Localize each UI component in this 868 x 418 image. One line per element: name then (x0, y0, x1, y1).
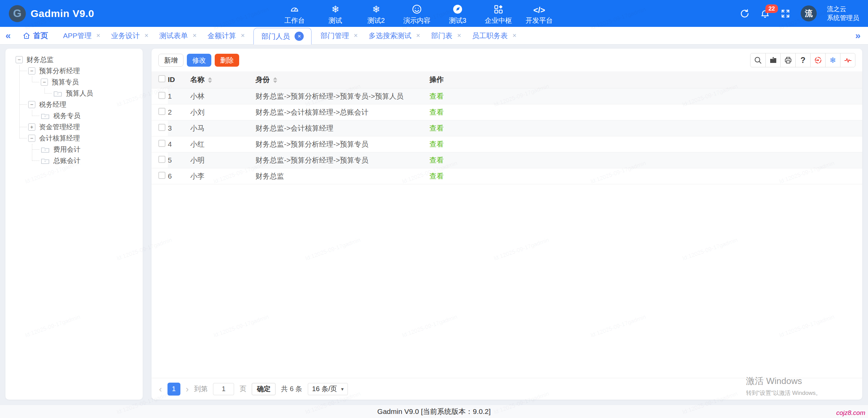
export-icon[interactable] (765, 53, 780, 67)
tab-department-management[interactable]: 部门管理 × (320, 31, 358, 40)
tree-node-fund-management-manager[interactable]: + 资金管理经理 (28, 121, 139, 133)
tab-department-table[interactable]: 部门表 × (431, 31, 461, 40)
row-checkbox[interactable] (158, 156, 165, 163)
pulse-icon[interactable] (840, 53, 855, 67)
tab-close-icon[interactable]: × (512, 32, 516, 39)
row-checkbox[interactable] (158, 124, 165, 131)
tree-node-general-ledger-accountant[interactable]: 总账会计 (41, 155, 139, 166)
current-page-button[interactable]: 1 (167, 383, 180, 396)
tab-close-icon[interactable]: × (457, 32, 461, 39)
row-checkbox[interactable] (158, 172, 165, 179)
add-button[interactable]: 新增 (158, 54, 183, 67)
tree-node-label: 总账会计 (53, 156, 81, 165)
nav-item-dev-platform[interactable]: </> 开发平台 (521, 2, 557, 25)
edit-button[interactable]: 修改 (187, 54, 211, 67)
tab-close-icon[interactable]: × (193, 32, 197, 39)
tab-business-design[interactable]: 业务设计 × (111, 31, 148, 40)
tree-expander-icon[interactable]: − (28, 135, 35, 142)
tree-node-tax-manager[interactable]: − 税务经理 (28, 99, 139, 110)
table-row[interactable]: 4 小红 财务总监->预算分析经理->预算专员 查看 (152, 136, 862, 152)
snowflake-icon[interactable]: ❄ (825, 53, 840, 67)
tab-close-icon[interactable]: × (241, 32, 245, 39)
cell-id: 4 (168, 136, 190, 152)
tab-close-icon[interactable]: × (354, 32, 358, 39)
print-icon[interactable] (780, 53, 795, 67)
nav-item-test[interactable]: ❄ 测试 (317, 2, 353, 25)
corner-site-watermark: cojz8.com (836, 409, 865, 417)
user-avatar[interactable]: 流 (801, 5, 817, 21)
user-info[interactable]: 流之云 系统管理员 (827, 5, 859, 22)
column-header-id[interactable]: ID (168, 71, 190, 88)
help-icon[interactable]: ? (795, 53, 810, 67)
table-row[interactable]: 1 小林 财务总监->预算分析经理->预算专员->预算人员 查看 (152, 88, 862, 104)
tab-close-icon[interactable]: × (96, 32, 101, 39)
table-row[interactable]: 6 小李 财务总监 查看 (152, 168, 862, 184)
nav-item-test2[interactable]: ❄ 测试2 (358, 2, 394, 25)
cell-id: 3 (168, 120, 190, 136)
column-header-identity[interactable]: 身份 (255, 71, 429, 88)
view-link[interactable]: 查看 (429, 124, 444, 132)
page-size-select[interactable]: 16 条/页 ▾ (308, 383, 348, 395)
tree-expander-icon[interactable]: + (28, 123, 35, 131)
nav-item-demo[interactable]: 演示内容 (399, 2, 435, 25)
nav-item-workbench[interactable]: 工作台 (277, 2, 313, 25)
tree-node-root[interactable]: − 财务总监 (16, 54, 139, 65)
tree-node-expense-accountant[interactable]: 费用会计 (41, 144, 139, 155)
tab-label: 员工职务表 (472, 31, 508, 40)
tree-node-accounting-manager[interactable]: − 会计核算经理 (28, 133, 139, 144)
prev-page-icon[interactable]: ‹ (159, 385, 162, 394)
refresh-icon[interactable] (740, 9, 750, 19)
view-link[interactable]: 查看 (429, 108, 444, 116)
tree-node-budget-analysis-manager[interactable]: − 预算分析经理 (28, 65, 139, 77)
nav-item-test3[interactable]: 测试3 (440, 2, 476, 25)
view-link[interactable]: 查看 (429, 92, 444, 100)
tree-expander-icon[interactable]: − (28, 67, 35, 74)
row-checkbox[interactable] (158, 108, 165, 115)
nav-item-label: 测试 (329, 16, 342, 25)
tree-node-label: 税务经理 (39, 100, 66, 109)
tab-home[interactable]: 首页 (22, 31, 48, 41)
tree-node-budget-staff[interactable]: 预算人员 (53, 88, 139, 99)
view-link[interactable]: 查看 (429, 140, 444, 148)
table-row[interactable]: 5 小明 财务总监->预算分析经理->预算专员 查看 (152, 152, 862, 168)
tabs-scroll-left-icon[interactable]: « (5, 31, 11, 40)
tabs-scroll-right-icon[interactable]: » (855, 31, 861, 40)
top-nav: 工作台 ❄ 测试 ❄ 测试2 演示内容 (277, 2, 557, 25)
tab-multi-search-test[interactable]: 多选搜索测试 × (369, 31, 420, 40)
notification-count-badge: 22 (765, 4, 778, 13)
row-checkbox[interactable] (158, 92, 165, 99)
notifications-bell-icon[interactable]: 22 (760, 9, 770, 19)
view-link[interactable]: 查看 (429, 156, 444, 164)
tab-department-staff-active[interactable]: 部门人员 × (253, 28, 312, 45)
sort-icon[interactable] (208, 77, 212, 83)
tab-close-icon[interactable]: × (295, 32, 304, 41)
sort-icon[interactable] (273, 77, 277, 83)
tab-employee-position-table[interactable]: 员工职务表 × (472, 31, 516, 40)
nav-item-enterprise-hub[interactable]: 企业中枢 (480, 2, 516, 25)
tab-test-form[interactable]: 测试表单 × (159, 31, 197, 40)
tab-close-icon[interactable]: × (416, 32, 420, 39)
tree-expander-icon[interactable]: − (28, 101, 35, 108)
confirm-button[interactable]: 确定 (252, 383, 276, 395)
delete-button[interactable]: 删除 (215, 54, 239, 67)
row-checkbox[interactable] (158, 140, 165, 147)
tree-expander-icon[interactable]: − (41, 79, 48, 86)
monitor-gauge-icon[interactable] (810, 53, 825, 67)
tab-amount-calc[interactable]: 金额计算 × (208, 31, 245, 40)
tab-close-icon[interactable]: × (144, 32, 148, 39)
column-header-name[interactable]: 名称 (190, 71, 255, 88)
tree-node-tax-specialist[interactable]: 税务专员 (41, 110, 139, 121)
goto-page-input[interactable] (213, 383, 234, 395)
table-row[interactable]: 2 小刘 财务总监->会计核算经理->总账会计 查看 (152, 104, 862, 120)
next-page-icon[interactable]: › (186, 385, 189, 394)
search-icon[interactable] (750, 53, 765, 67)
tab-app-management[interactable]: APP管理 × (63, 31, 101, 40)
select-all-checkbox[interactable] (158, 75, 165, 82)
table-row[interactable]: 3 小马 财务总监->会计核算经理 查看 (152, 120, 862, 136)
tree-node-budget-specialist[interactable]: − 预算专员 (41, 77, 139, 88)
blocks-icon (493, 3, 503, 14)
fullscreen-icon[interactable] (780, 9, 791, 19)
cell-name: 小红 (190, 136, 255, 152)
view-link[interactable]: 查看 (429, 172, 444, 180)
tree-expander-icon[interactable]: − (16, 56, 23, 63)
